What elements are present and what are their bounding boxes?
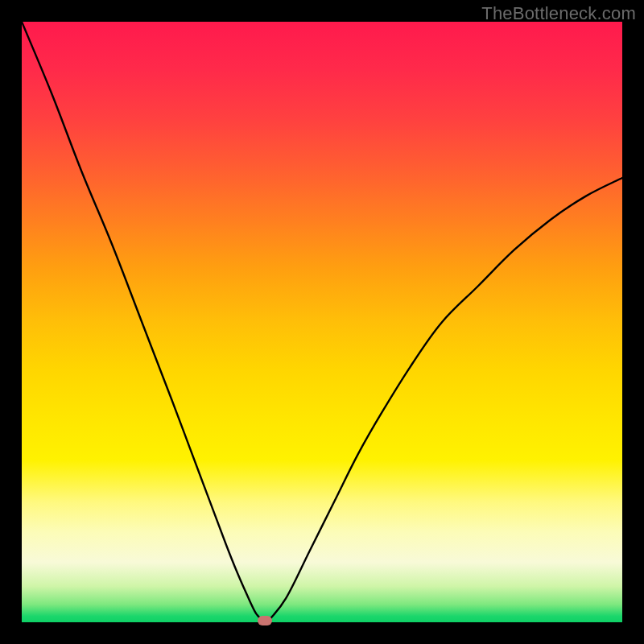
chart-container: TheBottleneck.com	[0, 0, 644, 644]
watermark-text: TheBottleneck.com	[481, 3, 636, 24]
bottleneck-curve	[22, 22, 622, 622]
plot-area	[22, 22, 622, 622]
optimal-marker	[258, 616, 272, 625]
